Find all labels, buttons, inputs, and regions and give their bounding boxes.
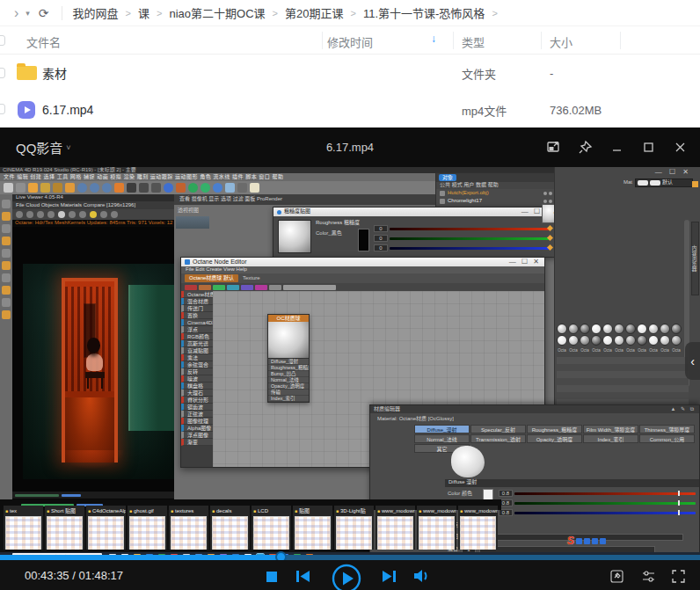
player-titlebar[interactable]: QQ影音 ˅ 6.17.mp4 xyxy=(0,127,700,167)
node-type: 衰减贴图 xyxy=(181,347,213,354)
diffuse-section-label: Diffuse 漫射 xyxy=(445,479,699,487)
node-port: Diffuse_漫射 xyxy=(268,359,309,365)
object-tab: 对象 xyxy=(439,174,456,181)
node-type: 大理石 xyxy=(181,390,213,397)
column-modified[interactable]: 修改时间 xyxy=(327,33,373,50)
object-item: Chromelight17 xyxy=(436,197,556,205)
file-name[interactable]: 6.17.mp4 xyxy=(42,103,93,117)
folder-preview: LCD xyxy=(252,506,291,550)
video-surface[interactable]: CINEMA 4D R19.024 Studio (RC-R19) - [未标题… xyxy=(0,167,700,563)
row-checkbox[interactable] xyxy=(0,104,5,114)
roughness-map-window: 粗糙度贴图 — ☐ ✕ Roughness 粗糙度 Color_黑色 0 0 0 xyxy=(273,207,558,258)
column-name[interactable]: 文件名 xyxy=(26,33,61,50)
sort-desc-icon[interactable]: ↓ xyxy=(431,33,436,45)
node-type: 噪波 xyxy=(181,375,213,382)
snapshot-tool-icon[interactable] xyxy=(610,570,623,583)
viewport-label: 透视视图 xyxy=(178,208,199,214)
watermark: S xyxy=(567,535,606,547)
minimize-button[interactable] xyxy=(607,138,626,157)
stop-button[interactable] xyxy=(266,572,277,582)
folder-preview: decals xyxy=(210,506,250,550)
column-size[interactable]: 大小 xyxy=(550,33,572,50)
divider xyxy=(62,6,62,20)
volume-button[interactable] xyxy=(413,569,430,583)
file-type: 文件夹 xyxy=(462,65,496,82)
side-panel-handle[interactable]: ‹ xyxy=(685,342,700,380)
column-type[interactable]: 类型 xyxy=(462,33,485,50)
file-type: mp4文件 xyxy=(462,101,507,118)
material-type-button: Octane材质球 默认 xyxy=(185,274,238,282)
thumb-caption: Octa xyxy=(625,348,636,353)
next-button[interactable] xyxy=(382,570,397,583)
chair xyxy=(85,372,105,378)
octane-live-viewer: Live Viewer 4.05-R4 File Cloud Objects M… xyxy=(12,194,174,503)
node-port: Normal_法线 xyxy=(268,377,309,383)
folder-preview: www_modown… xyxy=(458,506,498,550)
thumb-caption: Octa xyxy=(580,348,590,353)
node-type: 棋盘格 xyxy=(181,382,213,390)
red-doorway xyxy=(62,278,118,463)
node-port: Opacity_透明度 xyxy=(268,383,309,390)
node-category-chips xyxy=(181,283,544,291)
play-button[interactable] xyxy=(332,564,361,590)
render-stats: Octane: Hdr/Tex MeshKernels Updates: 845… xyxy=(12,220,174,227)
node-port: Roughness_粗糙度 xyxy=(268,365,309,371)
material-preview xyxy=(451,446,485,477)
node-type: 余弦混合 xyxy=(181,361,213,368)
node-editor-title: Octane Node Editor xyxy=(193,259,246,266)
column-divider xyxy=(541,32,542,49)
close-button[interactable] xyxy=(670,138,689,157)
breadcrumb-item[interactable]: 课 xyxy=(138,4,149,21)
folder-preview: www_modown… xyxy=(417,506,456,550)
roughness-label: Roughness 粗糙度 xyxy=(316,220,360,226)
node-type: RGB颜色 xyxy=(181,333,213,340)
node-type: 传送门 xyxy=(181,305,213,312)
explorer-folder-previews: texShort 贴图C4dOctaneAlpha…ghost.giftextu… xyxy=(4,506,501,551)
node-type: 反转 xyxy=(181,368,213,375)
breadcrumb: 我的网盘 > 课 > niao第二十期OC课 > 第20期正课 > 11.第十一… xyxy=(73,4,505,21)
breadcrumb-separator: > xyxy=(351,8,356,18)
node-type: 高斯光谱 xyxy=(181,340,213,347)
folder-preview: www_modown… xyxy=(376,506,415,550)
roughness-window-title: 粗糙度贴图 xyxy=(284,208,310,215)
color-black-label: Color_黑色 xyxy=(316,230,342,237)
folder-preview: 贴图 xyxy=(293,506,332,550)
thumb-caption: Octa xyxy=(591,348,602,353)
node-type: 图像纹理 xyxy=(181,418,213,425)
qq-player-window: QQ影音 ˅ 6.17.mp4 xyxy=(0,127,700,590)
node-type: 正弦波 xyxy=(181,411,213,418)
column-divider xyxy=(322,32,323,49)
content-browser-tab: 内容浏览器 xyxy=(691,222,699,295)
thumb-caption: Octa xyxy=(602,348,613,353)
material-thumb-captions: OctaOctaOctaOctaOctaOctaOctaOctaOctaOcta… xyxy=(557,348,690,353)
select-all-checkbox[interactable] xyxy=(0,35,5,46)
mini-mode-icon[interactable] xyxy=(543,138,563,157)
fullscreen-icon[interactable] xyxy=(672,570,685,583)
live-viewer-title: Live Viewer 4.05-R4 xyxy=(12,194,174,201)
time-display: 00:43:35 / 01:48:17 xyxy=(25,569,123,582)
folder-preview: tex xyxy=(4,506,43,550)
breadcrumb-item[interactable]: 第20期正课 xyxy=(285,4,343,21)
settings-sliders-icon[interactable] xyxy=(642,570,655,583)
folder-preview: Short 贴图 xyxy=(45,506,84,550)
file-row-folder[interactable]: 素材 文件夹 - xyxy=(0,55,700,91)
node-port: 传输 xyxy=(268,390,309,396)
file-name[interactable]: 素材 xyxy=(42,64,67,82)
thumb-caption: Octa xyxy=(671,348,682,353)
forward-icon[interactable]: › xyxy=(14,6,18,20)
breadcrumb-item[interactable]: 11.第十一节课-恐怖风格 xyxy=(363,4,485,21)
row-checkbox[interactable] xyxy=(0,68,5,78)
node-port: Bump_凹凸 xyxy=(268,371,309,377)
pin-to-top-icon[interactable] xyxy=(575,138,594,157)
node-type: 混合材质 xyxy=(181,298,213,305)
refresh-icon[interactable]: ⟳ xyxy=(39,6,49,20)
dropdown-caret-icon[interactable]: ▾ xyxy=(26,9,30,18)
material-node: OC材质球 Diffuse_漫射Roughness_粗糙度Bump_凹凸Norm… xyxy=(267,314,310,403)
breadcrumb-separator: > xyxy=(126,8,131,18)
maximize-button[interactable] xyxy=(638,138,658,157)
mat-label: Mat xyxy=(623,179,632,186)
breadcrumb-item[interactable]: niao第二十期OC课 xyxy=(170,4,266,21)
file-row-video[interactable]: 6.17.mp4 mp4文件 736.02MB xyxy=(0,91,700,127)
previous-button[interactable] xyxy=(295,570,310,583)
breadcrumb-item[interactable]: 我的网盘 xyxy=(73,4,119,21)
